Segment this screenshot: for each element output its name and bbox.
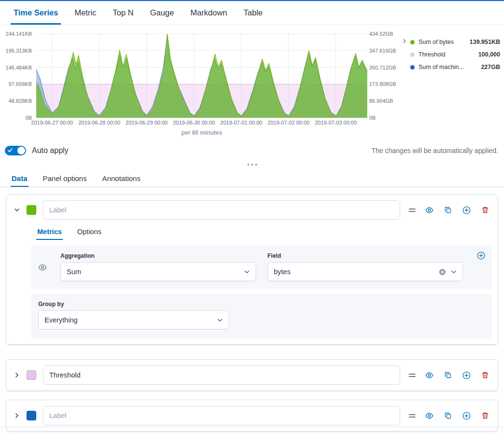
series-actions [409, 411, 492, 421]
auto-apply-label: Auto apply [32, 146, 69, 155]
eye-icon [425, 412, 433, 420]
x-axis-labels: 2019-06-27 00:002019-06-28 00:002019-06-… [36, 120, 367, 126]
chevron-right-icon [13, 371, 21, 379]
tab-metric[interactable]: Metric [70, 1, 101, 25]
group-by-field-group: Group by Everything [38, 301, 229, 330]
tab-table[interactable]: Table [239, 1, 267, 25]
legend-value: 100,000 [478, 51, 500, 58]
expand-series-button[interactable] [12, 370, 22, 380]
toggle-knob [17, 147, 25, 154]
chevron-down-icon [450, 268, 458, 276]
check-icon [8, 148, 13, 153]
plus-circle-icon [462, 371, 471, 379]
tab-data[interactable]: Data [6, 170, 33, 187]
tab-gauge[interactable]: Gauge [145, 1, 179, 25]
bottom-divider [0, 427, 504, 427]
eye-icon [425, 206, 433, 214]
series-panel-1: Metrics Options Aggregation Sum Field by… [6, 194, 498, 345]
series-actions [409, 205, 492, 215]
plus-circle-icon [462, 412, 471, 420]
tab-top-n[interactable]: Top N [108, 1, 138, 25]
metric-row: Aggregation Sum Field bytes [31, 246, 492, 289]
clear-selection-icon[interactable] [439, 268, 446, 276]
clone-series-button[interactable] [443, 370, 453, 380]
series-sub-tabs: Metrics Options [31, 223, 492, 241]
add-metric-button[interactable] [476, 251, 486, 262]
chart-plot-area[interactable] [36, 34, 367, 118]
editor-tabs: Data Panel options Annotations [0, 170, 504, 187]
aggregation-selected-value: Sum [67, 268, 81, 276]
field-select[interactable]: bytes [268, 262, 463, 281]
toggle-series-visibility-button[interactable] [424, 411, 434, 421]
clone-series-button[interactable] [443, 411, 453, 420]
y-axis-left-labels: 244.141KB195.313KB146.484KB97.656KB48.82… [0, 34, 34, 118]
chevron-down-icon [243, 268, 251, 276]
legend-label: Threshold [418, 51, 446, 58]
time-series-chart: 244.141KB195.313KB146.484KB97.656KB48.82… [0, 25, 504, 140]
chevron-right-icon [13, 412, 21, 419]
drag-handle-icon[interactable] [409, 371, 416, 379]
series-panel-header [12, 406, 492, 425]
group-by-select[interactable]: Everything [38, 310, 229, 330]
series-label-input[interactable] [43, 406, 400, 425]
field-field-group: Field bytes [268, 252, 463, 281]
aggregation-select[interactable]: Sum [60, 262, 256, 281]
tab-time-series[interactable]: Time Series [9, 1, 63, 25]
clone-series-button[interactable] [443, 205, 453, 215]
add-series-button[interactable] [461, 411, 472, 421]
delete-series-button[interactable] [480, 205, 490, 215]
delete-series-button[interactable] [480, 370, 490, 380]
legend-label: Sum of machin... [418, 64, 464, 70]
legend-value: 227GB [481, 64, 500, 70]
expand-series-button[interactable] [12, 411, 22, 420]
series-color-swatch[interactable] [27, 205, 36, 215]
legend-item[interactable]: Threshold 100,000 [410, 48, 500, 61]
toggle-series-visibility-button[interactable] [424, 205, 434, 215]
aggregation-label: Aggregation [60, 252, 256, 259]
legend-collapse-button[interactable] [400, 37, 409, 47]
group-by-row: Group by Everything [31, 294, 492, 338]
drag-handle-icon[interactable] [409, 412, 416, 420]
group-by-selected-value: Everything [44, 316, 78, 324]
tab-metrics[interactable]: Metrics [31, 223, 68, 241]
combo-controls [439, 268, 458, 276]
trash-icon [481, 371, 489, 379]
legend-item[interactable]: Sum of bytes 139.951KB [410, 36, 500, 48]
chevron-down-icon [13, 206, 21, 214]
series-label-input[interactable] [43, 365, 400, 385]
series-panel-header [12, 365, 492, 385]
drag-handle-icon[interactable] [409, 206, 416, 214]
panel-resize-handle[interactable] [0, 161, 504, 168]
aggregation-field-group: Aggregation Sum [60, 252, 256, 281]
series-panel-2 [6, 359, 498, 391]
legend-dot [410, 65, 415, 70]
eye-icon [425, 371, 433, 379]
tab-markdown[interactable]: Markdown [186, 1, 232, 25]
copy-icon [444, 206, 452, 214]
plus-circle-icon [462, 206, 471, 214]
series-label-input[interactable] [43, 200, 400, 220]
trash-icon [481, 206, 489, 214]
add-series-button[interactable] [461, 205, 472, 215]
group-by-label: Group by [38, 301, 229, 307]
series-color-swatch[interactable] [27, 411, 36, 420]
add-series-button[interactable] [461, 370, 472, 380]
tab-panel-options[interactable]: Panel options [37, 170, 93, 187]
plus-circle-icon [477, 251, 485, 260]
toggle-series-visibility-button[interactable] [424, 370, 434, 380]
tab-options[interactable]: Options [72, 223, 107, 241]
series-color-swatch[interactable] [27, 370, 36, 380]
series-actions [409, 370, 492, 380]
collapse-series-button[interactable] [12, 205, 22, 215]
auto-apply-description: The changes will be automatically applie… [372, 147, 499, 154]
x-axis-caption: per 60 minutes [36, 129, 367, 136]
field-label: Field [268, 252, 463, 259]
legend-dot [410, 40, 415, 44]
metric-visibility-icon[interactable] [38, 263, 49, 281]
auto-apply-toggle[interactable] [5, 146, 26, 155]
legend-item[interactable]: Sum of machin... 227GB [410, 61, 500, 73]
tab-annotations[interactable]: Annotations [96, 170, 146, 187]
delete-series-button[interactable] [480, 411, 490, 420]
series-editor: Metrics Options Aggregation Sum Field by… [0, 187, 504, 432]
auto-apply-row: Auto apply The changes will be automatic… [0, 140, 504, 161]
